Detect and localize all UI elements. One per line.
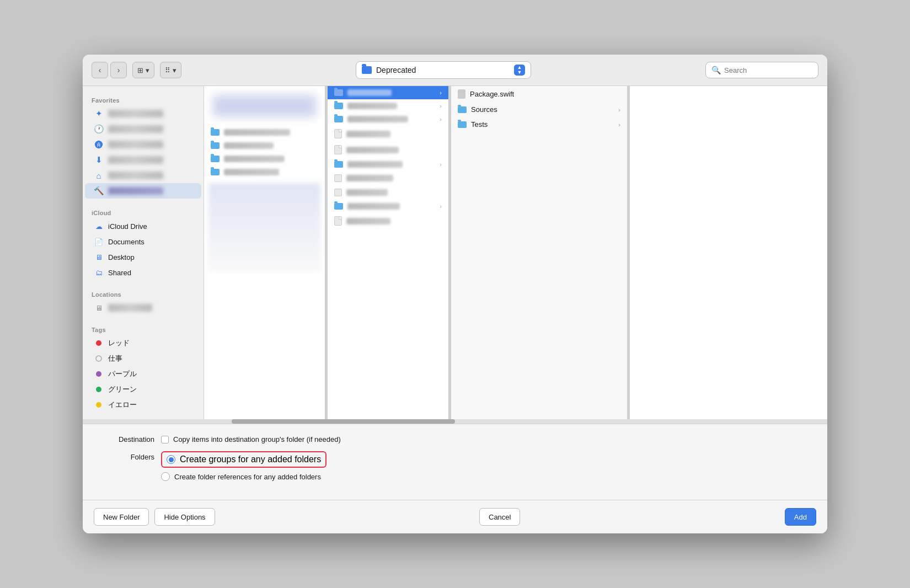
tag-yellow-icon [94, 400, 104, 410]
radio2-row[interactable]: Create folder references for any added f… [161, 472, 326, 481]
fav4-icon: ⬇ [94, 155, 104, 165]
svg-point-0 [96, 340, 101, 346]
folders-label: Folders [105, 451, 154, 461]
sidebar-item-fav1[interactable]: ✦ [85, 106, 201, 121]
grid-view-icon: ⠿ [165, 66, 170, 74]
destination-checkbox-area[interactable]: Copy items into destination group's fold… [161, 435, 341, 443]
toolbar: ‹ › ⊞ ▾ ⠿ ▾ Deprecated ▲ ▼ 🔍 [83, 55, 827, 86]
location-bar[interactable]: Deprecated ▲ ▼ [356, 61, 531, 79]
horizontal-scrollbar[interactable] [83, 419, 827, 424]
hide-options-button[interactable]: Hide Options [154, 508, 215, 526]
folders-row: Folders Create groups for any added fold… [105, 451, 805, 481]
destination-checkbox-label: Copy items into destination group's fold… [173, 435, 341, 443]
col2-img-icon [334, 174, 342, 182]
col1-row4[interactable] [204, 165, 325, 179]
icloud-label: iCloud [83, 205, 204, 218]
locations-label: Locations [83, 287, 204, 300]
sidebar-item-tag-red[interactable]: レッド [85, 335, 201, 351]
sidebar-item-fav6[interactable]: 🔨 [85, 183, 201, 199]
sidebar-item-fav2[interactable]: 🕐 [85, 121, 201, 137]
radio1-box[interactable]: Create groups for any added folders [161, 451, 326, 468]
tag-purple-icon [94, 369, 104, 379]
sidebar-item-fav4[interactable]: ⬇ [85, 152, 201, 168]
col1-row1[interactable] [204, 126, 325, 139]
col2-row9[interactable]: › [328, 200, 448, 213]
file-browser: › › › [204, 86, 827, 419]
col1-blur-overlay [208, 183, 320, 271]
sidebar-item-fav5[interactable]: ⌂ [85, 168, 201, 183]
browser-column-1 [204, 86, 325, 419]
col2-img-icon2 [334, 189, 342, 196]
tags-label: Tags [83, 322, 204, 335]
sidebar-item-shared[interactable]: 🗂 Shared [85, 265, 201, 280]
cancel-button[interactable]: Cancel [479, 508, 520, 526]
sidebar-item-tag-yellow[interactable]: イエロー [85, 397, 201, 413]
sidebar-item-documents[interactable]: 📄 Documents [85, 234, 201, 249]
destination-label: Destination [105, 435, 154, 443]
search-icon: 🔍 [711, 66, 721, 74]
desktop-icon: 🖥 [94, 252, 104, 262]
col2-row8[interactable] [328, 185, 448, 200]
location-stepper[interactable]: ▲ ▼ [514, 65, 525, 76]
tag-red-label: レッド [108, 338, 130, 348]
svg-point-3 [96, 387, 101, 392]
radio2-label: Create folder references for any added f… [174, 473, 321, 481]
col1-row3[interactable] [204, 152, 325, 165]
column-view-button[interactable]: ⊞ ▾ [132, 62, 154, 78]
col1-blurred-item [213, 95, 316, 117]
col2-row3[interactable]: › [328, 113, 448, 126]
back-button[interactable]: ‹ [92, 62, 108, 78]
tag-green-label: グリーン [108, 384, 137, 394]
sidebar-item-desktop[interactable]: 🖥 Desktop [85, 249, 201, 265]
new-folder-button[interactable]: New Folder [94, 508, 149, 526]
col3-package-swift[interactable]: Package.swift [451, 86, 627, 102]
sidebar-item-fav3[interactable]: 🅐 [85, 137, 201, 152]
tests-folder-icon [458, 121, 467, 128]
tests-label: Tests [471, 120, 488, 129]
sidebar-item-icloud-drive[interactable]: ☁ iCloud Drive [85, 218, 201, 234]
scroll-thumb[interactable] [232, 419, 455, 424]
col2-row2[interactable]: › [328, 99, 448, 113]
fav5-icon: ⌂ [94, 170, 104, 180]
sidebar-item-tag-work[interactable]: 仕事 [85, 351, 201, 366]
radio2-btn[interactable] [161, 472, 170, 481]
browser-column-2: › › › [328, 86, 449, 419]
col2-row5[interactable] [328, 142, 448, 158]
radio1-btn[interactable] [167, 455, 175, 464]
documents-label: Documents [108, 238, 144, 246]
location-label: Deprecated [376, 66, 510, 74]
tag-red-icon [94, 338, 104, 348]
file-picker-dialog: ‹ › ⊞ ▾ ⠿ ▾ Deprecated ▲ ▼ 🔍 Fav [83, 55, 827, 533]
browser-column-3: Package.swift Sources › Tests › [451, 86, 628, 419]
location1-icon: 🖥 [94, 303, 104, 313]
sidebar-item-tag-green[interactable]: グリーン [85, 382, 201, 397]
sidebar-item-location1[interactable]: 🖥 [85, 300, 201, 316]
col3-tests[interactable]: Tests › [451, 117, 627, 132]
forward-button[interactable]: › [110, 62, 127, 78]
col2-selected-item[interactable]: › [328, 86, 448, 99]
col2-row10[interactable] [328, 213, 448, 229]
col1-row2[interactable] [204, 139, 325, 152]
col2-row4[interactable] [328, 126, 448, 142]
fav1-icon: ✦ [94, 109, 104, 119]
col2-row6[interactable]: › [328, 158, 448, 171]
search-input[interactable] [724, 66, 812, 74]
add-button[interactable]: Add [785, 508, 816, 526]
col2-selected-label-blur [347, 89, 392, 96]
package-swift-icon [458, 89, 465, 99]
fav6-icon: 🔨 [94, 186, 104, 196]
radio-group: Create groups for any added folders Crea… [161, 451, 326, 481]
radio1-label: Create groups for any added folders [180, 455, 321, 464]
destination-checkbox[interactable] [161, 436, 169, 443]
fav3-icon: 🅐 [94, 140, 104, 149]
tag-purple-label: パープル [108, 369, 137, 379]
shared-label: Shared [108, 269, 131, 277]
tag-work-icon [94, 354, 104, 364]
col2-row7[interactable] [328, 171, 448, 185]
column-view-chevron: ▾ [146, 66, 149, 74]
sidebar-item-tag-purple[interactable]: パープル [85, 366, 201, 382]
options-panel: Destination Copy items into destination … [83, 424, 827, 500]
col3-sources[interactable]: Sources › [451, 102, 627, 117]
search-bar[interactable]: 🔍 [705, 62, 818, 78]
grid-view-button[interactable]: ⠿ ▾ [160, 62, 181, 78]
